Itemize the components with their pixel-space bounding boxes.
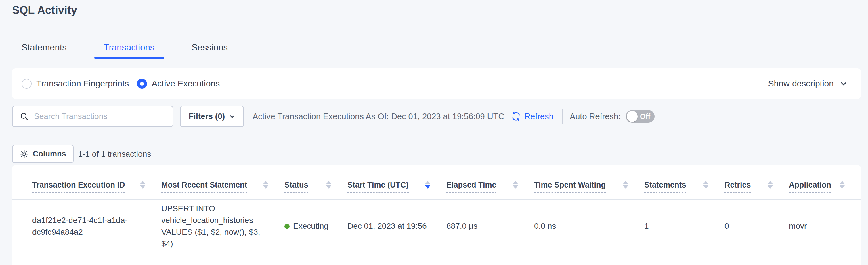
gear-icon — [20, 150, 29, 159]
cell-start-time: Dec 01, 2023 at 19:56 — [347, 220, 446, 232]
sort-icon[interactable] — [326, 181, 331, 189]
chevron-down-icon — [229, 113, 235, 120]
tab-transactions[interactable]: Transactions — [94, 37, 164, 58]
col-header-retries[interactable]: Retries — [724, 165, 789, 199]
view-mode-card: Transaction Fingerprints Active Executio… — [12, 68, 861, 99]
tab-statements[interactable]: Statements — [12, 37, 76, 58]
sort-icon[interactable] — [768, 181, 773, 189]
radio-label: Transaction Fingerprints — [36, 79, 129, 88]
col-header-application[interactable]: Application — [789, 165, 861, 199]
sql-activity-page: SQL Activity Statements Transactions Ses… — [0, 0, 868, 265]
search-input[interactable] — [34, 112, 167, 121]
cell-elapsed-time: 887.0 µs — [446, 220, 534, 232]
sort-icon[interactable] — [140, 181, 145, 189]
refresh-icon — [510, 111, 521, 122]
show-description-button[interactable]: Show description — [768, 79, 847, 88]
toggle-state-label: Off — [640, 112, 650, 121]
col-header-time-spent-waiting[interactable]: Time Spent Waiting — [534, 165, 644, 199]
sort-icon[interactable] — [623, 181, 628, 189]
table-header-row: Transaction Execution ID Most Recent Sta… — [12, 165, 861, 200]
result-count: 1-1 of 1 transactions — [78, 150, 151, 159]
radio-active-executions[interactable]: Active Executions — [137, 79, 220, 89]
radio-label: Active Executions — [152, 79, 220, 88]
filters-button-label: Filters (0) — [189, 112, 225, 121]
sort-icon-active-desc[interactable] — [425, 181, 430, 189]
table-row[interactable]: da1f21e2-de71-4c1f-a1da-dc9fc94a84a2 UPS… — [12, 200, 861, 254]
filter-toolbar: Filters (0) Active Transaction Execution… — [12, 106, 861, 127]
status-executing-dot-icon — [284, 224, 290, 229]
table-controls: Columns 1-1 of 1 transactions — [12, 145, 151, 163]
sort-icon[interactable] — [263, 181, 268, 189]
chevron-down-icon — [839, 80, 847, 87]
col-header-status[interactable]: Status — [284, 165, 347, 199]
col-header-start-time[interactable]: Start Time (UTC) — [347, 165, 446, 199]
col-header-most-recent-statement[interactable]: Most Recent Statement — [161, 165, 284, 199]
tab-bar: Statements Transactions Sessions — [12, 37, 861, 58]
radio-selected-icon[interactable] — [137, 79, 147, 89]
sort-icon[interactable] — [703, 181, 708, 189]
transactions-table: Transaction Execution ID Most Recent Sta… — [12, 165, 861, 265]
sort-icon[interactable] — [513, 181, 518, 189]
search-icon — [20, 112, 29, 121]
search-box[interactable] — [12, 106, 173, 127]
refresh-label: Refresh — [524, 112, 554, 121]
cell-application: movr — [789, 220, 861, 232]
auto-refresh-label: Auto Refresh: — [570, 112, 621, 121]
col-header-elapsed-time[interactable]: Elapsed Time — [446, 165, 534, 199]
col-header-statements[interactable]: Statements — [644, 165, 724, 199]
cell-time-spent-waiting: 0.0 ns — [534, 220, 644, 232]
columns-button[interactable]: Columns — [12, 145, 74, 163]
show-description-label: Show description — [768, 79, 834, 88]
as-of-timestamp: Active Transaction Executions As Of: Dec… — [252, 112, 504, 121]
col-header-transaction-execution-id[interactable]: Transaction Execution ID — [32, 165, 161, 199]
columns-button-label: Columns — [33, 150, 66, 158]
toggle-knob[interactable] — [627, 111, 638, 122]
radio-unselected-icon[interactable] — [22, 79, 32, 89]
toolbar-divider — [562, 109, 563, 124]
sort-icon[interactable] — [839, 181, 845, 189]
cell-most-recent-statement: UPSERT INTO vehicle_location_histories V… — [161, 203, 284, 249]
filters-button[interactable]: Filters (0) — [180, 106, 244, 127]
radio-transaction-fingerprints[interactable]: Transaction Fingerprints — [22, 79, 129, 89]
page-title: SQL Activity — [12, 4, 77, 17]
auto-refresh-toggle[interactable]: Off — [626, 110, 655, 123]
cell-retries: 0 — [724, 220, 789, 232]
cell-status: Executing — [284, 220, 347, 232]
status-label: Executing — [293, 220, 329, 232]
cell-statements: 1 — [644, 220, 724, 232]
tab-sessions[interactable]: Sessions — [182, 37, 237, 58]
refresh-button[interactable]: Refresh — [510, 111, 554, 122]
cell-transaction-execution-id[interactable]: da1f21e2-de71-4c1f-a1da-dc9fc94a84a2 — [32, 215, 161, 238]
